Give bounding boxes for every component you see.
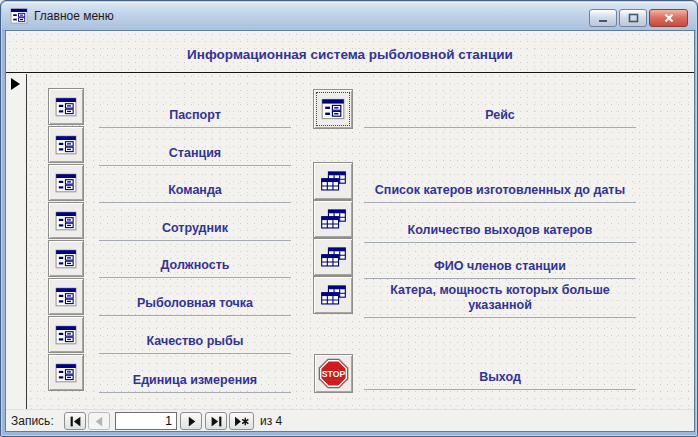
last-record-button[interactable] bbox=[205, 412, 227, 430]
open-edinica-izmereniya-button[interactable] bbox=[48, 354, 84, 391]
menu-label-rybolovnaya-tochka: Рыболовная точка bbox=[99, 291, 291, 316]
menu-label-sotrudnik: Сотрудник bbox=[99, 216, 291, 241]
first-record-button[interactable] bbox=[64, 412, 86, 430]
titlebar[interactable]: Главное меню bbox=[2, 2, 696, 31]
minimize-icon bbox=[598, 14, 608, 23]
close-button[interactable] bbox=[649, 9, 688, 27]
form-title: Информационная система рыболовной станци… bbox=[187, 47, 513, 62]
menu-label-kolichestvo-vyhodov: Количество выходов катеров bbox=[364, 219, 636, 243]
record-nav-label: Запись: bbox=[11, 414, 54, 428]
window: Главное меню Информационная система рыбо… bbox=[0, 0, 698, 437]
menu-label-komanda: Команда bbox=[99, 179, 291, 203]
form-icon bbox=[55, 173, 77, 193]
query-spisok-katerov-button[interactable] bbox=[313, 162, 353, 200]
query-icon bbox=[320, 284, 347, 307]
record-count-label: из 4 bbox=[260, 414, 282, 428]
form-icon bbox=[10, 8, 28, 24]
open-passport-button[interactable] bbox=[48, 88, 84, 125]
menu-label-passport: Паспорт bbox=[99, 104, 291, 128]
query-kolichestvo-vyhodov-button[interactable] bbox=[313, 200, 353, 238]
window-controls bbox=[589, 9, 688, 27]
previous-record-button[interactable] bbox=[88, 412, 110, 430]
menu-label-spisok-katerov: Список катеров изготовленных до даты bbox=[364, 179, 636, 203]
open-dolzhnost-button[interactable] bbox=[48, 240, 84, 277]
menu-label-edinica-izmereniya: Единица измерения bbox=[99, 367, 291, 393]
maximize-button[interactable] bbox=[619, 9, 647, 27]
record-selector-bar[interactable] bbox=[6, 74, 27, 409]
previous-record-icon bbox=[93, 415, 106, 428]
maximize-icon bbox=[628, 13, 639, 23]
open-komanda-button[interactable] bbox=[48, 164, 84, 201]
close-icon bbox=[664, 13, 674, 23]
menu-label-fio-chlenov: ФИО членов станции bbox=[364, 256, 636, 279]
window-title: Главное меню bbox=[34, 9, 114, 23]
form-icon bbox=[55, 97, 77, 117]
main-menu-form: Информационная система рыболовной станци… bbox=[6, 31, 694, 409]
menu-label-kachestvo-ryby: Качество рыбы bbox=[99, 328, 291, 354]
query-icon bbox=[320, 246, 347, 269]
query-icon bbox=[320, 208, 347, 231]
record-number-input[interactable] bbox=[115, 412, 177, 430]
next-record-icon bbox=[185, 415, 198, 428]
form-icon bbox=[55, 211, 77, 231]
record-navigation-bar: Запись: из 4 bbox=[6, 409, 694, 431]
query-icon bbox=[320, 170, 347, 193]
window-client-area: Информационная система рыболовной станци… bbox=[5, 30, 695, 432]
form-icon bbox=[321, 98, 345, 120]
form-header: Информационная система рыболовной станци… bbox=[6, 31, 694, 73]
open-sotrudnik-button[interactable] bbox=[48, 202, 84, 239]
exit-button[interactable] bbox=[314, 354, 353, 393]
menu-label-dolzhnost: Должность bbox=[99, 253, 291, 278]
next-record-button[interactable] bbox=[180, 412, 202, 430]
form-icon bbox=[55, 363, 77, 383]
open-stanciya-button[interactable] bbox=[48, 126, 84, 163]
open-kachestvo-ryby-button[interactable] bbox=[48, 316, 84, 353]
last-record-icon bbox=[210, 415, 223, 428]
menu-label-vyhod: Выход bbox=[364, 371, 636, 390]
minimize-button[interactable] bbox=[589, 9, 617, 27]
query-katera-moshchnost-button[interactable] bbox=[313, 276, 353, 314]
menu-label-katera-moshchnost: Катера, мощность которых больше указанно… bbox=[364, 286, 636, 318]
open-reys-button[interactable] bbox=[313, 89, 353, 129]
open-rybolovnaya-tochka-button[interactable] bbox=[48, 278, 84, 315]
form-icon bbox=[55, 135, 77, 155]
new-record-icon bbox=[234, 415, 249, 428]
query-fio-chlenov-button[interactable] bbox=[313, 238, 353, 276]
form-icon bbox=[55, 325, 77, 345]
form-icon bbox=[55, 287, 77, 307]
form-icon bbox=[55, 249, 77, 269]
current-record-marker-icon bbox=[11, 78, 20, 90]
first-record-icon bbox=[69, 415, 82, 428]
menu-label-reys: Рейс bbox=[364, 104, 636, 128]
stop-icon bbox=[318, 358, 349, 389]
new-record-button[interactable] bbox=[229, 412, 254, 430]
menu-label-stanciya: Станция bbox=[99, 141, 291, 166]
